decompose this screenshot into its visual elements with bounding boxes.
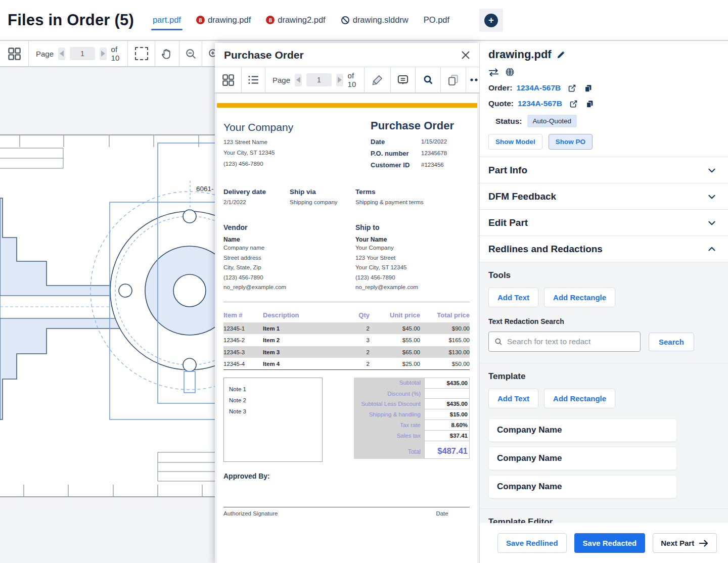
marquee-select-button[interactable] [128,41,155,66]
template-field-company-name[interactable]: Company Name [488,418,677,442]
tools-add-text-button[interactable]: Add Text [488,288,538,307]
signature-line [223,507,470,507]
section-label: DFM Feedback [488,191,556,202]
tab-drawing-pdf[interactable]: 8 drawing.pdf [189,0,258,40]
highlight-tool-button[interactable] [365,67,391,92]
external-link-icon[interactable] [568,84,576,92]
chevron-down-icon [706,165,717,176]
po-company-name: Your Company [223,121,293,133]
po-shipto-name-label: Your Name [355,236,418,243]
marquee-select-icon [135,47,148,60]
outline-list-button[interactable] [242,67,265,92]
redaction-search-field[interactable] [488,332,641,352]
search-button[interactable]: Search [649,333,694,351]
section-label: Redlines and Redactions [488,244,603,255]
reprocess-icon[interactable] [488,68,499,77]
tab-drawing-slddrw[interactable]: drawing.slddrw [333,0,416,40]
globe-icon[interactable] [505,67,515,77]
total-value: $435.00 [424,378,470,389]
show-po-button[interactable]: Show PO [549,134,593,150]
section-edit-part[interactable]: Edit Part [480,210,728,236]
po-shipto-line: Your Company [355,243,418,253]
grid-icon [7,46,21,61]
column-header: Qty [342,309,370,322]
more-options-button[interactable] [466,67,479,92]
section-part-info[interactable]: Part Info [480,157,728,183]
copy-icon[interactable] [584,84,593,92]
modal-header: Purchase Order [215,43,479,67]
zoom-out-button[interactable] [179,41,202,66]
order-link[interactable]: 1234A-567B [516,83,561,92]
cell-qty: 2 [342,346,370,358]
add-file-button[interactable]: + [479,9,503,32]
po-shipping-label: Ship via [290,188,355,196]
next-page-button[interactable] [336,74,343,86]
next-page-button[interactable] [100,48,107,60]
search-icon [494,337,503,346]
prev-page-button[interactable] [295,74,302,86]
template-add-text-button[interactable]: Add Text [488,389,538,408]
status-label: Status: [495,117,522,126]
save-redacted-button[interactable]: Save Redacted [574,533,646,553]
po-shipping-value: 2/1/2022 [223,199,290,205]
redaction-search-title: Text Redaction Search [488,317,719,325]
total-label: Subtotal [354,378,424,389]
po-document-area[interactable]: Your Company 123 Street Name Your City, … [215,93,479,563]
search-tool-button[interactable] [416,67,441,92]
close-icon[interactable] [460,50,471,61]
show-model-button[interactable]: Show Model [488,134,542,150]
tab-label: drawing.slddrw [353,15,408,25]
zoom-in-button[interactable] [202,41,215,66]
cell-desc: Item 2 [263,334,342,346]
more-icon [470,78,479,82]
tab-part-pdf[interactable]: part.pdf [145,0,189,40]
cell-total: $50.00 [420,358,470,370]
status-badge: Auto-Quoted [527,115,577,127]
arrow-right-icon [699,540,709,547]
cell-item: 12345-1 [223,322,263,335]
note: Note 3 [229,406,317,417]
section-dfm-feedback[interactable]: DFM Feedback [480,183,728,210]
plus-icon: + [484,14,498,27]
page-number-input[interactable] [70,47,95,60]
edit-pencil-icon[interactable] [556,50,566,60]
copy-icon[interactable] [585,100,594,108]
cell-qty: 2 [342,322,370,335]
purchase-order-modal: Purchase Order Page of 10 [215,43,479,563]
redaction-search-input[interactable] [507,337,635,346]
technical-drawing: 6061- [0,67,215,563]
sidebar-footer: Save Redlined Save Redacted Next Part [480,523,728,563]
pan-tool-button[interactable] [155,41,179,66]
page-number-input[interactable] [306,73,332,86]
template-field-company-name[interactable]: Company Name [488,447,677,470]
note: Note 1 [229,384,317,395]
prev-page-button[interactable] [58,48,65,60]
po-vendor-name-label: Name [223,236,355,243]
copy-pages-button[interactable] [441,67,466,92]
thumbnail-grid-button[interactable] [0,41,29,66]
po-vendor-title: Vendor [223,223,355,231]
cell-item: 12345-4 [223,358,263,370]
comment-icon [396,73,410,86]
total-value: $37.41 [424,431,470,441]
next-part-button[interactable]: Next Part [653,533,717,553]
total-label: Subtotal Less Discount [354,399,424,409]
save-redlined-button[interactable]: Save Redlined [497,533,567,553]
tools-add-rectangle-button[interactable]: Add Rectangle [544,288,615,307]
cell-desc: Item 4 [263,358,342,370]
total-label: Sales tax [354,431,424,441]
template-add-rectangle-button[interactable]: Add Rectangle [544,389,615,408]
tab-drawing2-pdf[interactable]: 8 drawing2.pdf [258,0,333,40]
thumbnail-grid-button[interactable] [215,67,242,92]
tab-label: PO.pdf [424,15,449,25]
chevron-right-icon [101,51,105,57]
template-field-company-name[interactable]: Company Name [488,475,677,498]
tab-po-pdf[interactable]: PO.pdf [416,0,457,40]
drawing-canvas[interactable]: 6061- [0,67,215,563]
section-redlines-redactions[interactable]: Redlines and Redactions [480,236,728,262]
external-link-icon[interactable] [569,100,578,108]
status-row: Status: Auto-Quoted [495,115,728,127]
comment-tool-button[interactable] [391,67,416,92]
grid-icon [221,73,235,86]
quote-link[interactable]: 1234A-567B [518,99,562,108]
